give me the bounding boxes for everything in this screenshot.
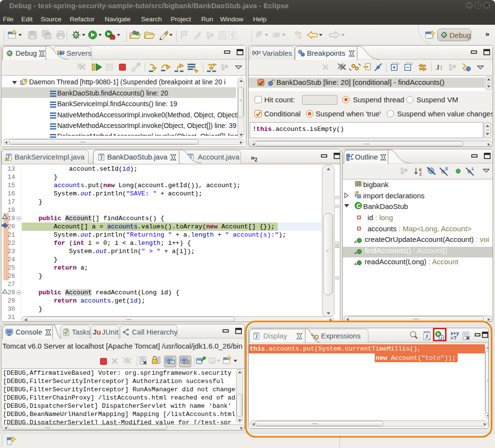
svg-text:J: J [255, 334, 258, 339]
svg-text:J: J [425, 333, 429, 340]
svg-text:¶: ¶ [231, 32, 235, 39]
svg-text:!: ! [440, 64, 443, 72]
svg-text:!: ! [6, 158, 7, 161]
svg-text:L: L [472, 166, 475, 171]
svg-text:z: z [419, 171, 422, 176]
svg-text:C: C [357, 203, 361, 209]
svg-text:J: J [100, 155, 103, 160]
svg-text:J: J [436, 64, 440, 71]
svg-text:=?: =? [450, 335, 457, 341]
svg-text:S: S [445, 166, 448, 171]
